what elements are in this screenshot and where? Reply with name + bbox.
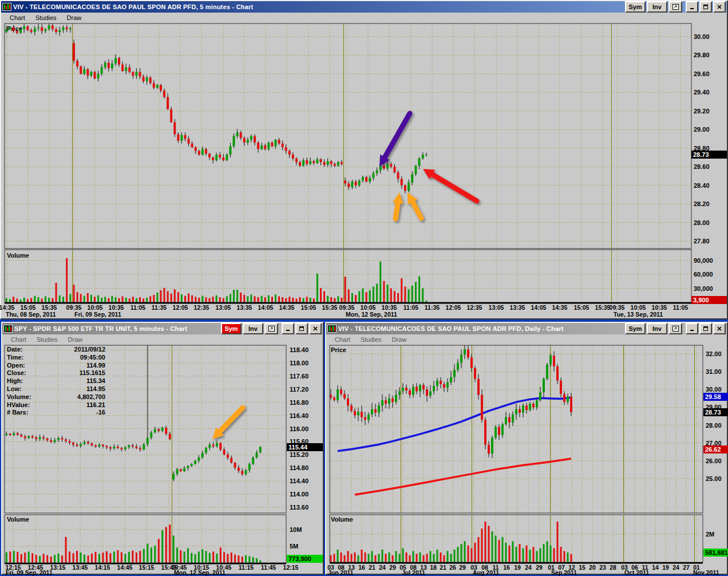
svg-text:114.80: 114.80 xyxy=(290,464,308,471)
svg-text:28.00: 28.00 xyxy=(706,422,722,429)
svg-text:15:35: 15:35 xyxy=(42,304,57,311)
svg-text:10:35: 10:35 xyxy=(652,304,667,311)
svg-text:14:05: 14:05 xyxy=(258,304,274,311)
svg-text:26: 26 xyxy=(449,564,456,571)
svg-text:10M: 10M xyxy=(290,526,302,533)
svg-text:118.00: 118.00 xyxy=(290,360,308,366)
svg-text:15:05: 15:05 xyxy=(21,304,36,311)
svg-text:11:45: 11:45 xyxy=(261,564,276,571)
svg-text:12:05: 12:05 xyxy=(173,304,188,311)
svg-text:29.80: 29.80 xyxy=(694,52,710,58)
svg-text:116.40: 116.40 xyxy=(290,412,308,419)
svg-text:25.00: 25.00 xyxy=(706,475,722,482)
svg-text:29: 29 xyxy=(459,564,466,571)
svg-text:Nov 2011: Nov 2011 xyxy=(693,569,719,576)
svg-text:29: 29 xyxy=(389,564,396,571)
svg-text:12:35: 12:35 xyxy=(467,304,482,311)
svg-text:Thu, 08 Sep, 2011: Thu, 08 Sep, 2011 xyxy=(6,311,56,318)
svg-text:32.00: 32.00 xyxy=(706,350,722,357)
svg-text:28: 28 xyxy=(610,564,616,571)
svg-text:15:05: 15:05 xyxy=(574,304,589,311)
svg-text:31.00: 31.00 xyxy=(706,368,722,375)
spy-last-price-marker: 115.44 xyxy=(287,443,323,451)
svg-text:15: 15 xyxy=(579,564,585,571)
svg-text:10:05: 10:05 xyxy=(88,304,103,311)
svg-text:24: 24 xyxy=(379,564,386,571)
svg-text:29.00: 29.00 xyxy=(694,126,710,133)
svg-text:29: 29 xyxy=(536,564,543,571)
svg-text:09:35: 09:35 xyxy=(339,304,355,311)
svg-text:114.00: 114.00 xyxy=(290,491,308,498)
svg-text:09:35: 09:35 xyxy=(610,304,625,311)
svg-text:118.40: 118.40 xyxy=(290,346,308,353)
viv-daily-blue-marker: 29.58 xyxy=(703,393,728,401)
svg-text:Mon, 12 Sep, 2011: Mon, 12 Sep, 2011 xyxy=(346,311,397,318)
svg-text:16: 16 xyxy=(358,564,365,571)
svg-text:29.20: 29.20 xyxy=(694,108,710,115)
svg-text:14:15: 14:15 xyxy=(95,564,110,571)
svg-text:10:35: 10:35 xyxy=(382,304,397,311)
svg-text:20: 20 xyxy=(589,564,596,571)
svg-text:27: 27 xyxy=(683,564,690,571)
svg-text:Aug 2011: Aug 2011 xyxy=(473,569,499,576)
viv-daily-black-marker: 28.73 xyxy=(703,408,728,416)
svg-text:13:45: 13:45 xyxy=(73,564,88,571)
svg-text:28.60: 28.60 xyxy=(694,163,710,170)
svg-text:09:35: 09:35 xyxy=(66,304,82,311)
svg-text:12:15: 12:15 xyxy=(283,564,299,571)
svg-text:28.00: 28.00 xyxy=(694,219,710,226)
svg-text:Oct 2011: Oct 2011 xyxy=(624,569,649,576)
svg-text:2M: 2M xyxy=(706,531,714,538)
svg-text:18: 18 xyxy=(430,564,437,571)
spy_5min-chart: 118.40118.00117.60117.20116.80116.40116.… xyxy=(5,345,308,576)
svg-text:30.00: 30.00 xyxy=(694,33,710,40)
svg-text:117.60: 117.60 xyxy=(290,373,308,380)
svg-text:28.20: 28.20 xyxy=(694,200,710,207)
svg-text:15:35: 15:35 xyxy=(322,304,338,311)
svg-text:21: 21 xyxy=(440,564,446,571)
svg-text:11:15: 11:15 xyxy=(239,564,254,571)
svg-text:10:35: 10:35 xyxy=(109,304,124,311)
viv-5min-volume-marker: 3,900 xyxy=(691,296,727,304)
svg-text:Jun 2011: Jun 2011 xyxy=(328,569,354,576)
svg-text:24: 24 xyxy=(525,564,532,571)
svg-text:15:15: 15:15 xyxy=(139,564,155,571)
svg-text:Tue, 13 Sep, 2011: Tue, 13 Sep, 2011 xyxy=(614,311,663,318)
svg-text:15:05: 15:05 xyxy=(301,304,316,311)
svg-text:116.00: 116.00 xyxy=(290,425,308,432)
svg-text:11:35: 11:35 xyxy=(425,304,440,311)
svg-text:12:05: 12:05 xyxy=(446,304,461,311)
svg-text:90,000: 90,000 xyxy=(694,257,713,264)
svg-text:19: 19 xyxy=(514,564,521,571)
svg-text:14:35: 14:35 xyxy=(279,304,295,311)
svg-text:14:35: 14:35 xyxy=(552,304,568,311)
spy-volume-marker: 773,900 xyxy=(287,555,323,563)
svg-text:28.40: 28.40 xyxy=(694,182,710,189)
svg-text:30.00: 30.00 xyxy=(706,386,722,393)
svg-text:117.20: 117.20 xyxy=(290,386,308,393)
svg-text:Mon, 12 Sep, 2011: Mon, 12 Sep, 2011 xyxy=(174,569,225,576)
svg-text:13:35: 13:35 xyxy=(237,304,252,311)
svg-text:13:05: 13:05 xyxy=(216,304,231,311)
svg-text:27.80: 27.80 xyxy=(694,238,710,244)
svg-text:10:05: 10:05 xyxy=(361,304,376,311)
svg-text:Jul 2011: Jul 2011 xyxy=(402,569,425,576)
svg-text:11:05: 11:05 xyxy=(130,304,145,311)
viv-5min-last-price-marker: 28.73 xyxy=(691,151,727,159)
svg-text:23: 23 xyxy=(599,564,606,571)
trading-app: { "colors": { "candle_up": "#0b9a0b", "c… xyxy=(0,0,728,576)
svg-text:21: 21 xyxy=(369,564,375,571)
charts-canvas[interactable]: 30.0029.8029.6029.4029.2029.0028.8028.60… xyxy=(0,0,728,576)
svg-text:14:05: 14:05 xyxy=(531,304,547,311)
svg-text:24: 24 xyxy=(672,564,679,571)
svg-text:26.00: 26.00 xyxy=(706,457,722,464)
svg-text:12:35: 12:35 xyxy=(194,304,209,311)
svg-text:113.60: 113.60 xyxy=(290,504,308,511)
svg-text:29.60: 29.60 xyxy=(694,70,710,77)
viv-daily-red-marker: 26.62 xyxy=(703,445,728,453)
svg-text:19: 19 xyxy=(662,564,669,571)
svg-text:114.40: 114.40 xyxy=(290,478,308,484)
svg-text:116.80: 116.80 xyxy=(290,399,308,406)
svg-text:115.20: 115.20 xyxy=(290,451,308,458)
svg-text:Sep 2011: Sep 2011 xyxy=(551,569,577,576)
